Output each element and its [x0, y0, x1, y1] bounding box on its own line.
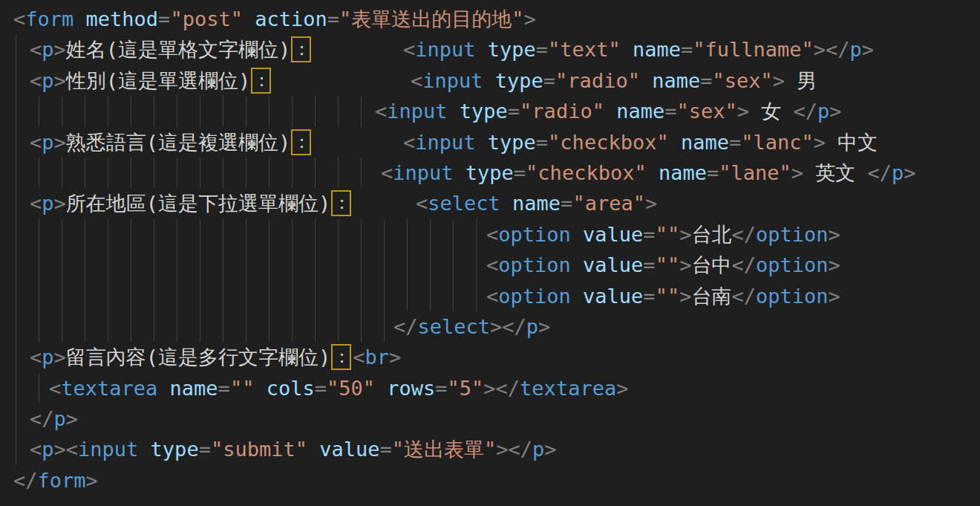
token-punct: < [30, 438, 42, 461]
indent-guide [361, 158, 362, 188]
token-punct: > [828, 285, 840, 308]
indent-guide [361, 219, 362, 250]
token-text [454, 161, 466, 184]
token-str: "" [656, 223, 680, 246]
token-str: "5" [448, 377, 484, 400]
indent-guide [269, 158, 270, 188]
code-line[interactable]: </form> [0, 465, 980, 496]
token-tag: p [42, 438, 53, 461]
indent-guide [154, 250, 154, 280]
token-attr: value [583, 285, 643, 308]
token-tag: form [25, 7, 74, 30]
token-tag: p [526, 315, 538, 338]
token-text: 留言內容(這是多行文字欄位) [66, 346, 331, 369]
indent-guide [39, 250, 39, 280]
token-tag: option [498, 223, 571, 246]
token-tag: textarea [61, 377, 157, 400]
indent-guide [85, 219, 85, 250]
token-text [640, 69, 652, 92]
token-str: "sex" [712, 69, 772, 92]
token-attr: type [460, 100, 508, 123]
token-str: "" [656, 253, 680, 276]
token-punct: < [353, 346, 365, 369]
code-segment: <input type="radio" name="sex"> 男 [411, 65, 817, 96]
code-line[interactable]: </select></p> [0, 311, 980, 342]
code-line[interactable]: <option value="">台中</option> [0, 250, 980, 280]
token-punct: < [13, 7, 25, 30]
indent-guide [407, 219, 408, 250]
code-line[interactable]: <p>性別(這是單選欄位)：<input type="radio" name="… [0, 65, 980, 96]
code-segment: <input type="radio" name="sex"> 女 </p> [375, 96, 842, 126]
token-attr: name [681, 131, 729, 154]
token-punct: < [30, 346, 42, 369]
token-punct: > [54, 38, 66, 61]
indent-guide [177, 158, 177, 188]
token-punct: < [381, 161, 393, 184]
token-text [669, 131, 681, 154]
token-text: 台中 [691, 253, 731, 276]
code-line[interactable]: </p> [0, 403, 980, 434]
token-tag: input [78, 438, 138, 461]
indent-guide [407, 281, 408, 311]
indent-guide [39, 219, 39, 250]
indent-guide [177, 96, 177, 126]
code-line[interactable]: <textarea name="" cols="50" rows="5"></t… [0, 373, 980, 403]
token-text: 姓名(這是單格文字欄位) [66, 38, 291, 61]
code-line[interactable]: <input type="checkbox" name="lane"> 英文 <… [0, 158, 980, 188]
token-punct: > [524, 7, 536, 30]
token-text: 台南 [691, 285, 731, 308]
token-tag: form [38, 469, 86, 492]
code-line[interactable]: <p><input type="submit" value="送出表單"></p… [0, 434, 980, 464]
token-attr: name [633, 38, 681, 61]
unicode-highlight-box: ： [331, 190, 351, 216]
token-punct: < [403, 131, 415, 154]
token-attr: value [583, 253, 643, 276]
code-line[interactable]: <option value="">台南</option> [0, 281, 980, 311]
indent-guide [16, 403, 16, 434]
token-attr: value [319, 438, 379, 461]
code-line[interactable]: <option value="">台北</option> [0, 219, 980, 250]
token-str: "radio" [555, 69, 640, 92]
code-line[interactable]: <input type="radio" name="sex"> 女 </p> [0, 96, 980, 126]
code-line[interactable]: <p>姓名(這是單格文字欄位)：<input type="text" name=… [0, 34, 980, 65]
code-line[interactable]: <p>所在地區(這是下拉選單欄位)：<select name="area"> [0, 188, 980, 218]
indent-guide [223, 158, 223, 188]
code-segment: </p> [30, 403, 78, 434]
indent-guide [430, 281, 431, 311]
code-segment: </select></p> [393, 311, 550, 342]
token-punct: < [375, 100, 387, 123]
unicode-highlight-box: ： [251, 68, 271, 94]
token-punct: </ [731, 223, 756, 246]
token-str: "fullname" [693, 38, 814, 61]
indent-guide [476, 281, 477, 311]
token-punct: > [54, 438, 66, 461]
indent-guide [108, 281, 108, 311]
code-line[interactable]: <p>留言內容(這是多行文字欄位)：<br> [0, 342, 980, 372]
code-segment: <p>所在地區(這是下拉選單欄位)： [30, 188, 416, 218]
indent-guide [85, 281, 85, 311]
token-punct: > [483, 377, 495, 400]
token-punct: </ [731, 253, 756, 276]
token-text [476, 38, 488, 61]
indent-guide [39, 373, 39, 403]
token-punct: > [616, 377, 628, 400]
token-text [448, 100, 460, 123]
token-tag: input [415, 38, 475, 61]
code-line[interactable]: <p>熟悉語言(這是複選欄位)：<input type="checkbox" n… [0, 127, 980, 158]
indent-guide [315, 96, 316, 126]
indent-guide [62, 311, 62, 342]
token-punct: > [54, 69, 66, 92]
token-tag: option [756, 253, 829, 276]
token-punct: < [30, 192, 42, 215]
token-punct: > [814, 131, 826, 154]
token-punct: </ [731, 285, 756, 308]
token-text [476, 131, 488, 154]
code-segment: <input type="checkbox" name="lane"> 英文 <… [381, 158, 916, 188]
indent-guide [85, 311, 85, 342]
token-attr: name [616, 100, 664, 123]
code-line[interactable]: <form method="post" action="表單送出的目的地"> [0, 4, 980, 34]
indent-guide [361, 311, 362, 342]
token-punct: = [435, 377, 447, 400]
token-tag: option [498, 285, 571, 308]
code-editor[interactable]: <form method="post" action="表單送出的目的地"><p… [0, 0, 980, 506]
